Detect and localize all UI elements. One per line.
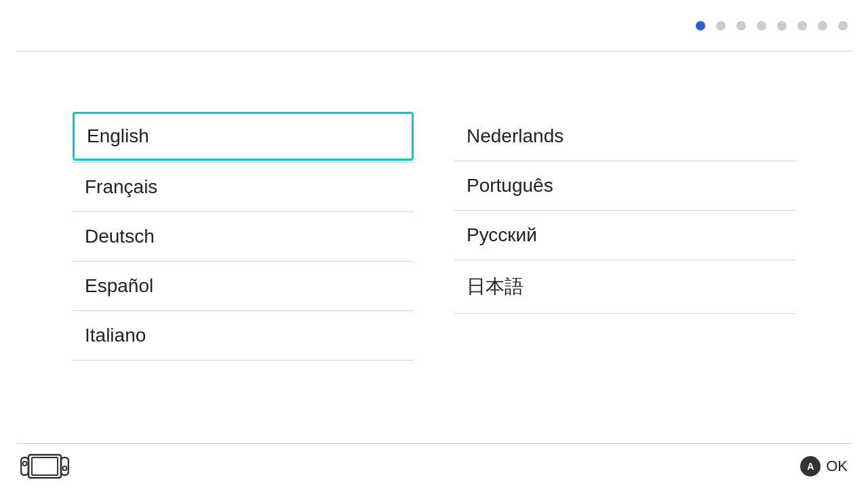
svg-rect-1 — [32, 458, 58, 475]
language-label-italiano: Italiano — [85, 325, 146, 346]
dot-4 — [757, 21, 766, 30]
language-item-nederlands[interactable]: Nederlands — [454, 112, 795, 161]
language-item-francais[interactable]: Français — [73, 162, 414, 211]
dot-2 — [716, 21, 726, 30]
svg-rect-0 — [28, 455, 61, 478]
ok-button-label: OK — [826, 458, 848, 475]
ok-button[interactable]: A OK — [800, 456, 848, 476]
language-label-espanol: Español — [85, 275, 153, 296]
language-item-italiano[interactable]: Italiano — [73, 310, 414, 361]
dot-3 — [736, 21, 746, 30]
language-label-english: English — [87, 125, 149, 146]
switch-console-icon — [20, 452, 69, 481]
languages-grid: English Français Deutsch Español Italian… — [73, 112, 795, 361]
language-label-nederlands: Nederlands — [467, 125, 564, 146]
language-item-portugues[interactable]: Português — [454, 161, 795, 210]
language-item-japanese[interactable]: 日本語 — [454, 260, 795, 314]
main-content: English Français Deutsch Español Italian… — [0, 51, 868, 444]
top-bar — [0, 0, 868, 51]
dot-7 — [818, 21, 827, 30]
dot-5 — [777, 21, 787, 30]
language-label-francais: Français — [85, 176, 157, 197]
left-column: English Français Deutsch Español Italian… — [73, 112, 414, 361]
progress-dots — [696, 21, 848, 30]
dot-6 — [797, 21, 807, 30]
bottom-bar: A OK — [0, 444, 868, 488]
dot-8 — [838, 21, 848, 30]
language-label-russian: Русский — [467, 224, 537, 245]
dot-1 — [696, 21, 705, 30]
language-item-espanol[interactable]: Español — [73, 261, 414, 310]
language-item-deutsch[interactable]: Deutsch — [73, 211, 414, 261]
language-label-portugues: Português — [467, 175, 553, 196]
language-item-english[interactable]: English — [73, 112, 414, 161]
a-button-icon: A — [800, 456, 821, 476]
language-label-japanese: 日本語 — [467, 276, 524, 297]
svg-point-5 — [63, 466, 67, 470]
language-item-russian[interactable]: Русский — [454, 210, 795, 260]
right-column: Nederlands Português Русский 日本語 — [454, 112, 795, 361]
svg-point-4 — [23, 462, 27, 466]
language-label-deutsch: Deutsch — [85, 226, 155, 247]
